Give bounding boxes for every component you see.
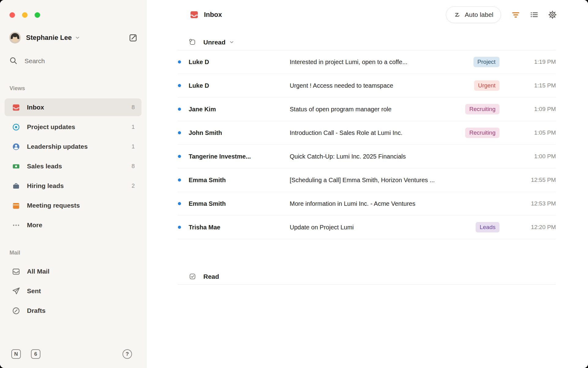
email-row[interactable]: John Smith Introduction Call - Sales Rol… bbox=[178, 121, 556, 145]
email-subject: Status of open program manager role bbox=[290, 106, 465, 113]
email-subject: More information in Lumi Inc. - Acme Ven… bbox=[290, 200, 517, 207]
read-section-header[interactable]: Read bbox=[178, 269, 556, 285]
unread-dot bbox=[178, 155, 189, 158]
sidebar-item-leadership-updates[interactable]: Leadership updates 1 bbox=[5, 138, 141, 155]
auto-label-button[interactable]: Auto label bbox=[446, 6, 501, 23]
mail-section-label: Mail bbox=[9, 250, 20, 256]
sidebar-item-all-mail[interactable]: All Mail bbox=[5, 263, 141, 280]
sidebar-item-inbox[interactable]: Inbox 8 bbox=[5, 98, 141, 116]
sidebar-item-project-updates[interactable]: Project updates 1 bbox=[5, 118, 141, 136]
account-switcher[interactable]: Stephanie Lee bbox=[9, 31, 138, 45]
zoom-window-button[interactable] bbox=[35, 12, 40, 18]
email-time: 1:00 PM bbox=[517, 153, 556, 160]
email-row[interactable]: Emma Smith [Scheduling a Call] Emma Smit… bbox=[178, 168, 556, 192]
unread-dot bbox=[178, 178, 189, 182]
chevron-down-icon bbox=[229, 39, 235, 45]
sidebar-item-more[interactable]: More bbox=[5, 216, 141, 234]
email-sender: Trisha Mae bbox=[189, 224, 290, 231]
help-button[interactable]: ? bbox=[123, 349, 132, 359]
email-subject: [Scheduling a Call] Emma Smith, Horizon … bbox=[290, 177, 517, 184]
label-badge: Recruiting bbox=[465, 104, 499, 114]
views-section-label: Views bbox=[9, 85, 25, 92]
email-row[interactable]: Tangerine Investme... Quick Catch-Up: Lu… bbox=[178, 145, 556, 168]
mail-nav: All Mail Sent Drafts bbox=[5, 263, 141, 321]
email-subject: Quick Catch-Up: Lumi Inc. 2025 Financial… bbox=[290, 153, 517, 160]
close-window-button[interactable] bbox=[9, 12, 15, 18]
ellipsis-icon bbox=[11, 220, 21, 230]
calendar-icon bbox=[11, 201, 21, 210]
inbox-count: 8 bbox=[131, 104, 135, 111]
person-circle-icon bbox=[11, 142, 21, 151]
email-time: 12:53 PM bbox=[517, 200, 556, 207]
sidebar-item-drafts[interactable]: Drafts bbox=[5, 302, 141, 320]
views-nav: Inbox 8 Project updates 1 Leadership upd… bbox=[5, 98, 141, 236]
email-row[interactable]: Luke D Urgent ! Access needed to teamspa… bbox=[178, 74, 556, 98]
email-time: 12:20 PM bbox=[517, 224, 556, 231]
unread-section-header[interactable]: Unread bbox=[178, 34, 556, 50]
notion-app-badge[interactable]: N bbox=[11, 349, 21, 359]
label-badge: Project bbox=[473, 57, 499, 67]
checkbox-checked-icon bbox=[189, 273, 196, 280]
email-sender: Emma Smith bbox=[189, 177, 290, 184]
select-icon bbox=[189, 39, 196, 46]
briefcase-icon bbox=[11, 181, 21, 190]
sidebar-item-hiring-leads[interactable]: Hiring leads 2 bbox=[5, 177, 141, 195]
draft-pencil-icon bbox=[11, 306, 21, 315]
app-window: Stephanie Lee Search Views Inbox 8 bbox=[0, 0, 588, 368]
window-controls bbox=[9, 12, 40, 18]
banknote-icon bbox=[11, 162, 21, 171]
label-badge: Leads bbox=[476, 222, 499, 232]
search-button[interactable]: Search bbox=[9, 54, 138, 68]
email-subject: Urgent ! Access needed to teamspace bbox=[290, 82, 474, 89]
sidebar-item-meeting-requests[interactable]: Meeting requests bbox=[5, 197, 141, 214]
email-row[interactable]: Luke D Interested in project Lumi, open … bbox=[178, 50, 556, 74]
label-badge: Urgent bbox=[474, 80, 499, 91]
email-sender: John Smith bbox=[189, 129, 290, 136]
email-time: 1:09 PM bbox=[517, 106, 556, 113]
email-sender: Jane Kim bbox=[189, 106, 290, 113]
unread-dot bbox=[178, 60, 189, 63]
list-view-icon[interactable] bbox=[530, 10, 539, 19]
email-row[interactable]: Emma Smith More information in Lumi Inc.… bbox=[178, 192, 556, 216]
email-time: 1:05 PM bbox=[517, 129, 556, 136]
email-sender: Luke D bbox=[189, 59, 290, 66]
email-row[interactable]: Jane Kim Status of open program manager … bbox=[178, 98, 556, 121]
chevron-down-icon bbox=[74, 35, 81, 41]
filter-icon[interactable] bbox=[511, 10, 520, 19]
email-time: 1:15 PM bbox=[517, 82, 556, 89]
unread-dot bbox=[178, 226, 189, 229]
email-subject: Interested in project Lumi, open to a co… bbox=[290, 59, 473, 66]
notion-calendar-badge[interactable]: 6 bbox=[31, 349, 40, 359]
search-icon bbox=[9, 56, 17, 66]
search-label: Search bbox=[24, 57, 45, 65]
label-badge: Recruiting bbox=[465, 128, 499, 138]
email-subject: Introduction Call - Sales Role at Lumi I… bbox=[290, 129, 465, 136]
unread-label: Unread bbox=[203, 39, 225, 46]
project-updates-count: 1 bbox=[131, 124, 135, 130]
user-name: Stephanie Lee bbox=[26, 34, 72, 42]
gear-icon[interactable] bbox=[548, 10, 557, 19]
minimize-window-button[interactable] bbox=[22, 12, 28, 18]
compose-button[interactable] bbox=[128, 33, 138, 43]
email-sender: Tangerine Investme... bbox=[189, 153, 290, 160]
avatar bbox=[9, 32, 21, 44]
auto-label-icon bbox=[454, 11, 461, 19]
sidebar-item-sales-leads[interactable]: Sales leads 8 bbox=[5, 157, 141, 175]
email-subject: Update on Project Lumi bbox=[290, 224, 476, 231]
email-row[interactable]: Trisha Mae Update on Project Lumi Leads … bbox=[178, 216, 556, 239]
paper-plane-icon bbox=[11, 286, 21, 296]
inbox-icon bbox=[11, 103, 21, 112]
unread-dot bbox=[178, 84, 189, 87]
page-title: Inbox bbox=[204, 11, 222, 19]
unread-dot bbox=[178, 202, 189, 205]
sales-leads-count: 8 bbox=[131, 163, 135, 170]
sidebar: Stephanie Lee Search Views Inbox 8 bbox=[0, 0, 146, 368]
main-content: Inbox Auto label bbox=[147, 0, 588, 368]
main-header: Inbox Auto label bbox=[147, 0, 588, 29]
inbox-icon bbox=[190, 10, 199, 19]
header-icons bbox=[511, 10, 557, 19]
sidebar-item-sent[interactable]: Sent bbox=[5, 282, 141, 300]
unread-dot bbox=[178, 108, 189, 111]
read-label: Read bbox=[203, 273, 219, 280]
target-icon bbox=[11, 122, 21, 132]
